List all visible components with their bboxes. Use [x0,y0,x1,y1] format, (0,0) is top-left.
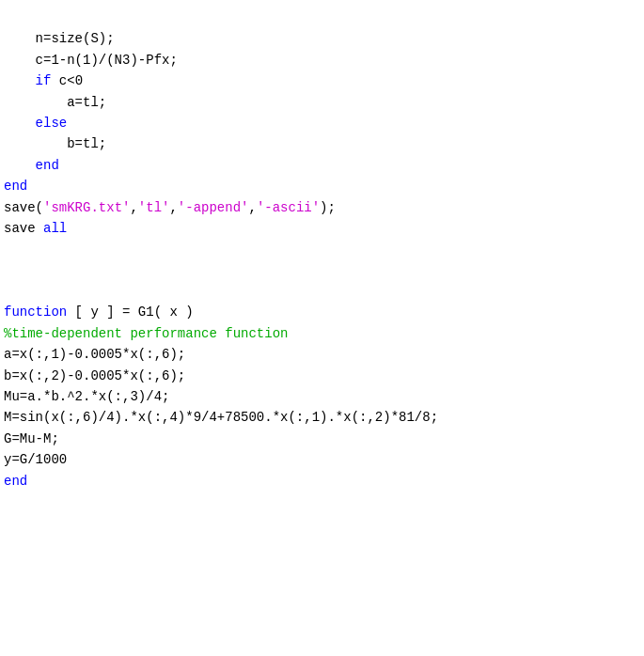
code-line: save all [4,218,640,239]
code-line: function [ y ] = G1( x ) [4,302,640,322]
code-line [4,260,640,281]
code-line: M=sin(x(:,6)/4).*x(:,4)*9/4+78500.*x(:,1… [4,407,640,428]
code-line [4,281,640,302]
code-line: end [4,176,640,196]
code-line: y=G/1000 [4,449,640,470]
code-line: n=size(S); [4,28,640,49]
code-line: Mu=a.*b.^2.*x(:,3)/4; [4,386,640,407]
code-line: a=x(:,1)-0.0005*x(:,6); [4,344,640,365]
code-line: %time-dependent performance function [4,323,640,344]
code-line: b=tl; [4,133,640,154]
code-line: end [4,155,640,176]
code-line: else [4,113,640,133]
code-line: G=Mu-M; [4,429,640,449]
code-editor: n=size(S); c=1-n(1)/(N3)-Pfx; if c<0 a=t… [0,8,644,492]
code-line: if c<0 [4,70,640,91]
code-line: save('smKRG.txt','tl','-append','-ascii'… [4,197,640,218]
code-line: end [4,471,640,492]
code-line: c=1-n(1)/(N3)-Pfx; [4,50,640,70]
code-line [4,239,640,259]
code-line: a=tl; [4,92,640,113]
code-line: b=x(:,2)-0.0005*x(:,6); [4,366,640,386]
